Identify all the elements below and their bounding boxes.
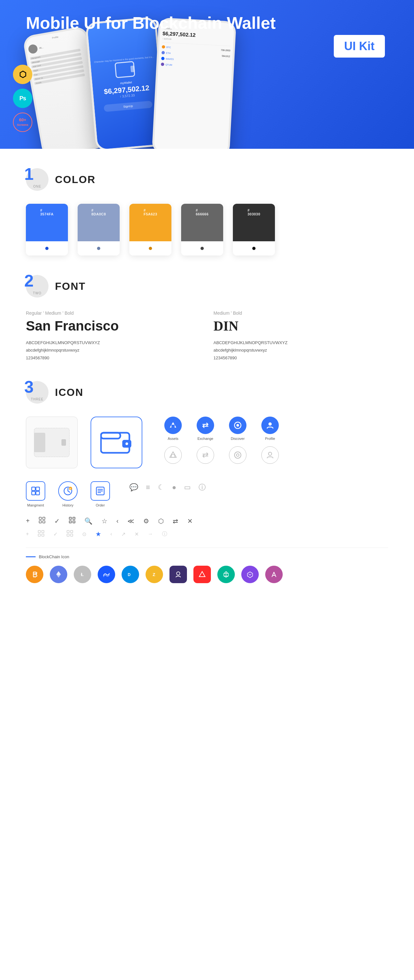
grid-icon [39,517,45,525]
color-swatches: #3574FA #8DA0C8 #F5A623 #666666 [26,204,388,256]
moon-icon: ☾ [158,483,164,492]
icon-wireframe-wallet [26,417,78,468]
export-icon: ⬡ [158,517,164,525]
color-section-number: 1 ONE [26,168,49,191]
color-section-title: COLOR [55,174,96,186]
back-icon: ‹ [116,517,119,525]
svg-rect-15 [36,487,40,491]
check-outline-icon: ✓ [53,531,57,537]
svg-text:D: D [128,573,131,577]
close2-icon: ✕ [135,531,139,537]
swap-icon: ⇄ [173,517,178,525]
swatch-blue: #3574FA [26,204,68,256]
dash-icon: D [122,566,139,583]
utility-icons-row: + ✓ 🔍 ☆ ‹ ≪ ⚙ ⬡ ⇄ ✕ [26,517,388,525]
share-icon: ≪ [127,517,134,525]
crystal-icon [217,566,235,583]
misc-icons-group: 💬 ≡ ☾ ● ▭ ⓘ [129,481,206,492]
action-icons-row: Mangment History [26,481,388,507]
close-icon: ✕ [187,517,193,525]
icon-assets-outline [162,446,184,464]
svg-rect-5 [171,425,175,428]
plus-icon: + [26,517,30,525]
info-icon: ⓘ [199,482,206,492]
icon-section: 3 THREE ICON [26,381,388,583]
search-icon: 🔍 [84,517,92,525]
font-block-sf: Regular ' Medium ' Bold San Francisco AB… [26,310,201,361]
svg-rect-35 [67,534,69,536]
svg-rect-17 [36,491,40,495]
zec-icon: Z [145,566,163,583]
back-outline-icon: ‹ [110,531,112,537]
star-filled-icon: ★ [96,530,101,538]
swatch-orange: #F5A623 [129,204,171,256]
svg-rect-34 [70,530,73,533]
svg-rect-10 [171,454,175,457]
share2-icon: ↗ [121,531,126,537]
svg-point-12 [236,454,239,457]
icon-assets: Assets [162,417,184,441]
icon-management: Mangment [26,481,45,507]
settings-icon: ⚙ [143,517,149,525]
nav-icons-filled: Assets Exchange [162,417,282,441]
circle-icon: ● [172,483,176,492]
svg-rect-30 [42,530,44,533]
svg-rect-36 [70,534,73,536]
star-icon: ☆ [102,517,107,525]
svg-rect-22 [43,517,45,519]
svg-rect-21 [39,517,41,519]
font-section-header: 2 TWO FONT [26,275,388,298]
screens-badge: 60+Screens [13,113,32,132]
icon-solid-wallet [91,417,142,468]
grid-icon-crypto [169,566,187,583]
color-section-header: 1 ONE COLOR [26,168,388,191]
blockchain-label: BlockChain Icon [26,554,388,559]
stack-icon: ≡ [146,483,150,492]
main-content: 1 ONE COLOR #3574FA #8DA0C8 #F5A623 [0,149,414,622]
hero-badges: ⬡ Ps 60+Screens [13,65,32,132]
icon-section-title: ICON [55,387,83,398]
svg-rect-16 [32,491,35,495]
ui-kit-badge: UI Kit [334,35,385,57]
matic-icon [241,566,259,583]
icon-exchange: Exchange [194,417,217,441]
icon-profile-outline [259,446,282,464]
search-outline-icon: ⊙ [82,531,86,537]
utility-icons-row2: + ✓ ⊙ ★ ‹ ↗ ✕ → ⓘ [26,530,388,538]
svg-rect-24 [43,521,45,523]
font-section: 2 TWO FONT Regular ' Medium ' Bold San F… [26,275,388,361]
svg-rect-27 [69,521,72,523]
color-section: 1 ONE COLOR #3574FA #8DA0C8 #F5A623 [26,168,388,256]
speech-icon: ▭ [184,483,191,492]
blockchain-line [26,556,36,557]
svg-point-3 [126,442,128,445]
svg-point-8 [269,422,272,426]
nav-icons-outline [162,446,282,464]
hero-title: Mobile UI for Blockchain Wallet [26,13,275,33]
ps-badge: Ps [13,89,32,108]
icon-history: History [58,481,78,507]
svg-rect-48 [174,570,183,579]
misc-icons-row1: 💬 ≡ ☾ ● ▭ ⓘ [129,482,206,492]
aave-icon [265,566,283,583]
font-grid: Regular ' Medium ' Bold San Francisco AB… [26,310,388,361]
phone-right: + myWallet $6,297,502.12 ↑ 3,572.33 BTC … [152,18,236,149]
grid2-icon [69,517,75,525]
svg-rect-14 [32,487,35,491]
plus-outline-icon: + [26,531,29,537]
svg-rect-25 [69,517,72,519]
swatch-gray: #666666 [181,204,223,256]
btc-icon [26,566,43,583]
font-section-number: 2 TWO [26,275,49,298]
chat-icon: 💬 [129,483,138,492]
nav-icons-group: Assets Exchange [155,417,282,464]
icon-section-number: 3 THREE [26,381,49,404]
icon-discover-outline [226,446,249,464]
svg-text:Ł: Ł [81,572,84,577]
svg-rect-31 [38,534,40,536]
svg-rect-26 [73,517,75,519]
swatch-dark: #303030 [233,204,275,256]
svg-text:Z: Z [153,572,155,577]
svg-rect-28 [73,521,75,523]
swatch-steel: #8DA0C8 [78,204,119,256]
